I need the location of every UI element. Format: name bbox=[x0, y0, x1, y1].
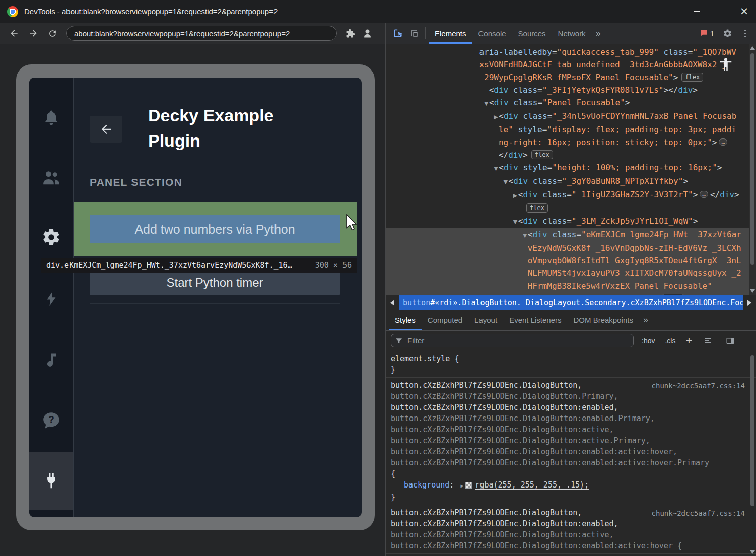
font-editor-button[interactable] bbox=[700, 333, 716, 349]
tree-line[interactable]: oVmpvqbOW8fsItdTl GxgIyq8R5xTOeu4ftGrgX … bbox=[386, 254, 756, 267]
css-selector[interactable]: button.cXzBZxhPBl7fZs9LODEnc.DialogButto… bbox=[386, 424, 748, 435]
device-toolbar-button[interactable] bbox=[406, 25, 422, 41]
scroll-down-icon bbox=[750, 289, 755, 293]
settings-button[interactable] bbox=[719, 25, 735, 41]
rail-active-item-plugins[interactable] bbox=[29, 452, 73, 510]
css-source-link[interactable]: chunk~2dcc5aaf7.css:14 bbox=[652, 508, 745, 519]
tree-line[interactable]: NLFMUMSt4jvxIayuPV3 xIITXDcM70faUNqssgUy… bbox=[386, 267, 756, 280]
css-selector[interactable]: button.cXzBZxhPBl7fZs9LODEnc.DialogButto… bbox=[386, 518, 748, 529]
url-bar[interactable]: about:blank?browserviewpopup=1&requestid… bbox=[66, 26, 337, 41]
tree-line[interactable]: aria-labelledby="quickaccess_tab_999" cl… bbox=[386, 46, 756, 58]
property-name[interactable]: background bbox=[404, 480, 449, 490]
tab-dom-breakpoints[interactable]: DOM Breakpoints bbox=[568, 310, 639, 330]
toggle-element-classes-button[interactable]: .cls bbox=[663, 336, 677, 346]
scrollbar-thumb[interactable] bbox=[750, 355, 754, 506]
new-style-rule-button[interactable]: + bbox=[683, 335, 694, 346]
tree-line[interactable]: ▼<div class="Panel Focusable"> bbox=[386, 96, 756, 110]
css-selector[interactable]: button.cXzBZxhPBl7fZs9LODEnc.DialogButto… bbox=[386, 413, 748, 424]
css-declaration[interactable]: background: ▶rgba(255, 255, 255, .15); bbox=[386, 479, 748, 492]
css-selector[interactable]: button.cXzBZxhPBl7fZs9LODEnc.DialogButto… bbox=[386, 457, 748, 468]
reload-button[interactable] bbox=[43, 24, 61, 42]
tree-line[interactable]: ▼<div class="eKmEXJCm_lgme24Fp_HWt _37xz… bbox=[386, 228, 756, 242]
tree-line[interactable]: style="--indent-level: 0;">flex bbox=[386, 292, 756, 295]
css-selector[interactable]: button.cXzBZxhPBl7fZs9LODEnc.DialogButto… bbox=[386, 435, 748, 446]
tree-line[interactable]: ▼<div style="height: 100%; padding-top: … bbox=[386, 161, 756, 175]
color-swatch-icon[interactable] bbox=[465, 482, 472, 489]
element-style-selector[interactable]: element.style bbox=[391, 354, 450, 363]
friends-icon[interactable] bbox=[41, 167, 61, 187]
menu-kebab-icon[interactable] bbox=[740, 28, 750, 39]
tree-line[interactable]: ▼<div class="_3gY0aBuNR8_NPTpXIYfkby"> bbox=[386, 175, 756, 188]
tree-line[interactable]: ▶<div class="_1IigUZ3GHaZS2Y-3V3T2rT">…<… bbox=[386, 188, 756, 202]
tab-console[interactable]: Console bbox=[472, 23, 512, 44]
tab-computed[interactable]: Computed bbox=[422, 310, 468, 330]
tab-event-listeners[interactable]: Event Listeners bbox=[503, 310, 567, 330]
tree-line[interactable]: ng-right: 16px; position: sticky; top: 0… bbox=[386, 136, 756, 149]
css-selector[interactable]: button.cXzBZxhPBl7fZs9LODEnc.DialogButto… bbox=[386, 402, 748, 413]
flex-badge[interactable]: flex bbox=[662, 294, 684, 295]
more-button[interactable]: … bbox=[719, 138, 727, 146]
flex-badge[interactable]: flex bbox=[531, 150, 553, 159]
breadcrumb-scroll-right-button[interactable] bbox=[743, 295, 756, 310]
profile-icon[interactable] bbox=[359, 25, 375, 41]
start-timer-button[interactable]: Start Python timer bbox=[90, 270, 340, 295]
open-brace: { bbox=[386, 468, 748, 479]
tab-elements[interactable]: Elements bbox=[429, 23, 472, 44]
styles-scrollbar[interactable] bbox=[749, 351, 756, 556]
tree-line[interactable]: </div>flex bbox=[386, 149, 756, 161]
tab-layout[interactable]: Layout bbox=[468, 310, 503, 330]
inspect-element-button[interactable] bbox=[390, 25, 406, 41]
css-selector[interactable]: button.cXzBZxhPBl7fZs9LODEnc.DialogButto… bbox=[386, 391, 748, 402]
notifications-bell-icon[interactable] bbox=[41, 107, 61, 127]
tab-network[interactable]: Network bbox=[552, 23, 592, 44]
puzzle-icon bbox=[346, 29, 355, 38]
flex-badge[interactable]: flex bbox=[681, 73, 703, 82]
more-tabs-icon[interactable]: » bbox=[639, 315, 652, 325]
forward-button[interactable] bbox=[24, 24, 42, 42]
minimize-button[interactable] bbox=[685, 0, 709, 23]
toggle-pseudo-states-button[interactable]: :hov bbox=[640, 336, 657, 346]
quick-access-rail: ? bbox=[29, 78, 74, 517]
breadcrumb-selected-crumb[interactable]: button#«rdi».DialogButton._DialogLayout.… bbox=[399, 295, 743, 310]
tree-line[interactable]: xsVONFdHDAJGCtF tab_undefined _3td3cAnGb… bbox=[386, 58, 756, 71]
close-button[interactable]: × bbox=[732, 0, 756, 23]
open-brace: { bbox=[454, 354, 459, 363]
music-note-icon[interactable] bbox=[41, 350, 61, 370]
more-tabs-icon[interactable]: » bbox=[592, 28, 605, 39]
tree-line[interactable]: vEzyNdW5GxK8f _16vVnDqpbNs-zIH-EdV6Vz _3… bbox=[386, 242, 756, 254]
styles-filter-input[interactable] bbox=[391, 334, 634, 348]
breadcrumb-scroll-left-button[interactable] bbox=[386, 295, 399, 310]
computed-sidebar-toggle-button[interactable] bbox=[722, 333, 738, 349]
property-value[interactable]: rgba(255, 255, 255, .15); bbox=[475, 480, 589, 490]
css-selector[interactable]: button.cXzBZxhPBl7fZs9LODEnc.DialogButto… bbox=[386, 540, 748, 551]
scrollbar-thumb[interactable] bbox=[750, 53, 754, 265]
panel-back-button[interactable] bbox=[90, 116, 122, 143]
tab-sources[interactable]: Sources bbox=[512, 23, 552, 44]
help-bubble-icon[interactable]: ? bbox=[41, 410, 61, 431]
tree-line[interactable]: ▶<div class="_34nl5vUoFCDYYnmHNL7axB Pan… bbox=[386, 110, 756, 123]
plug-icon bbox=[42, 471, 61, 491]
more-button[interactable]: … bbox=[700, 191, 708, 198]
settings-gear-icon[interactable] bbox=[41, 227, 61, 247]
css-selector[interactable]: button.cXzBZxhPBl7fZs9L0DEnc.DialogButto… bbox=[386, 446, 748, 457]
tree-line[interactable]: flex bbox=[386, 202, 756, 215]
extensions-icon[interactable] bbox=[342, 25, 358, 41]
back-button[interactable] bbox=[5, 24, 23, 42]
expand-arrow-icon[interactable]: ▶ bbox=[460, 480, 463, 492]
tree-line[interactable]: HFrmMgB38Ike5w4rVxzEX Panel Focusable" bbox=[386, 280, 756, 292]
flex-badge[interactable]: flex bbox=[526, 203, 548, 213]
elements-scrollbar[interactable] bbox=[749, 44, 756, 295]
tab-styles[interactable]: Styles bbox=[389, 310, 422, 330]
add-numbers-button[interactable]: Add two numbers via Python bbox=[90, 215, 340, 243]
tree-line[interactable]: ▼<div class="_3LM_ZckJp5yJYrL1OI_WqW"> bbox=[386, 215, 756, 228]
css-selector[interactable]: button.cXzBZxhPBl7fZs9LODEnc.DialogButto… bbox=[386, 529, 748, 540]
styles-rules: chunk~2dcc5aaf7.css:14button.cXzBZxhPBl7… bbox=[386, 378, 756, 554]
maximize-button[interactable] bbox=[709, 0, 732, 23]
performance-lightning-icon[interactable] bbox=[41, 289, 61, 309]
tree-line[interactable]: <div class="_3FIjYetykQsFYR08l1v7Ls"></d… bbox=[386, 84, 756, 96]
elements-tree: aria-labelledby="quickaccess_tab_999" cl… bbox=[386, 44, 756, 295]
css-source-link[interactable]: chunk~2dcc5aaf7.css:14 bbox=[652, 380, 745, 391]
tree-line[interactable]: le" style="display: flex; padding-top: 3… bbox=[386, 123, 756, 136]
tree-line[interactable]: _29WypCpglgRKsR_fMPsoFX Panel Focusable"… bbox=[386, 71, 756, 84]
issues-indicator[interactable]: 1 bbox=[700, 29, 714, 38]
